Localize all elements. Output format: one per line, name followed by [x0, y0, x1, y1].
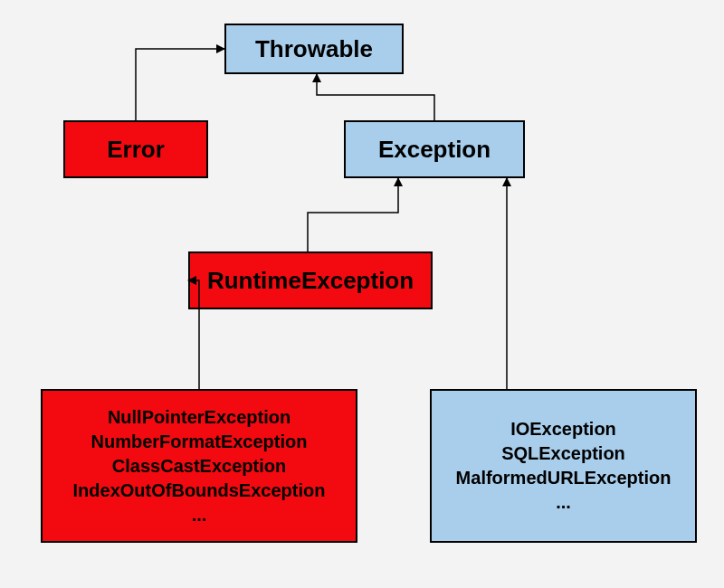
node-runtime: RuntimeException [188, 251, 433, 309]
runtime-child-4: IndexOutOfBoundsException [73, 479, 326, 503]
node-runtime-children: NullPointerException NumberFormatExcepti… [41, 389, 357, 543]
runtime-child-1: NullPointerException [108, 405, 291, 430]
runtime-child-5: ... [192, 503, 207, 527]
edge-runtime-exception [308, 178, 398, 251]
node-runtime-label: RuntimeException [207, 267, 414, 295]
edge-exception-throwable [317, 74, 434, 120]
node-throwable-label: Throwable [255, 35, 373, 63]
exception-child-1: IOException [510, 417, 616, 441]
node-exception-label: Exception [378, 136, 491, 164]
exception-child-3: MalformedURLException [456, 466, 672, 490]
exception-child-2: SQLException [501, 441, 625, 466]
edge-error-throwable [136, 49, 224, 120]
node-error-label: Error [107, 136, 165, 164]
node-exception-children: IOException SQLException MalformedURLExc… [430, 389, 697, 543]
runtime-child-2: NumberFormatException [91, 430, 308, 454]
exception-child-4: ... [556, 490, 571, 515]
runtime-child-3: ClassCastException [112, 454, 286, 479]
node-error: Error [63, 120, 208, 178]
node-exception: Exception [344, 120, 525, 178]
node-throwable: Throwable [224, 24, 404, 74]
